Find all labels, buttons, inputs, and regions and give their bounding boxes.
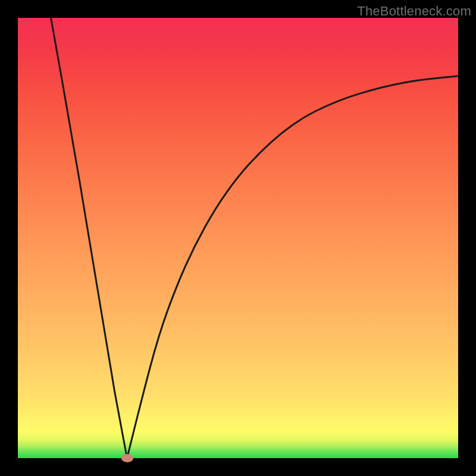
- bottleneck-curve-canvas: [18, 18, 458, 458]
- watermark-text: TheBottleneck.com: [357, 4, 471, 19]
- chart-frame: TheBottleneck.com: [0, 0, 476, 476]
